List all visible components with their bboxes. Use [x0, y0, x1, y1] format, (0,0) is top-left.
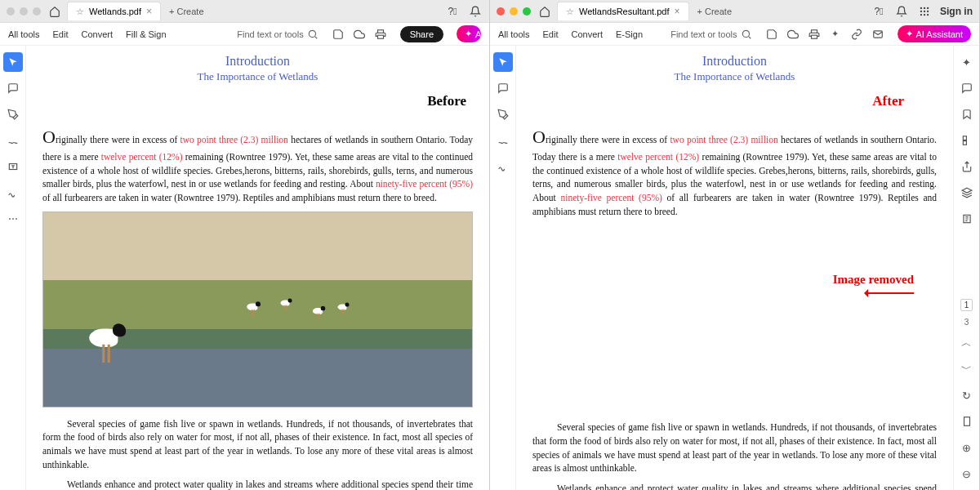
search-icon: [307, 29, 318, 40]
panel-layers-icon[interactable]: [957, 183, 977, 203]
paragraph-3: Wetlands enhance and protect water quali…: [42, 478, 473, 490]
svg-point-0: [309, 30, 315, 37]
menu-edit[interactable]: Edit: [53, 29, 69, 39]
help-icon[interactable]: ?⃝: [445, 4, 460, 19]
apps-icon[interactable]: [917, 4, 932, 19]
doc-title: Introduction: [42, 54, 473, 69]
page-view-icon[interactable]: [957, 412, 977, 431]
close-tab-icon[interactable]: ×: [674, 6, 679, 17]
menu-all-tools[interactable]: All tools: [8, 29, 40, 39]
panel-bookmark-icon[interactable]: [957, 105, 977, 124]
panel-ai-icon[interactable]: ✦: [957, 52, 977, 72]
draw-icon[interactable]: [3, 131, 23, 150]
cloud-icon[interactable]: [786, 28, 800, 41]
panel-comment-icon[interactable]: [957, 78, 977, 98]
titlebar: ☆ WetlandsResultant.pdf × + Create ?⃝ Si…: [490, 0, 979, 23]
sign-icon[interactable]: [493, 157, 513, 176]
nav-down-icon[interactable]: ﹀: [957, 359, 977, 379]
highlight-icon[interactable]: [493, 105, 513, 124]
image-removed-annotation: Image removed: [833, 273, 914, 287]
print-icon[interactable]: [808, 28, 821, 41]
document-tab[interactable]: ☆ WetlandsResultant.pdf ×: [557, 2, 689, 20]
svg-point-6: [927, 7, 929, 8]
text-box-icon[interactable]: [3, 157, 23, 176]
paragraph-3: Wetlands enhance and protect water quali…: [532, 482, 937, 490]
close-dot[interactable]: [7, 7, 15, 16]
svg-point-8: [924, 10, 925, 11]
close-dot[interactable]: [497, 7, 505, 16]
svg-point-12: [927, 13, 929, 15]
bell-icon[interactable]: [894, 4, 909, 19]
highlight-icon[interactable]: [3, 105, 23, 124]
panel-more-icon[interactable]: [957, 209, 977, 229]
more-tools-icon[interactable]: ⋯: [3, 209, 23, 229]
new-tab-button[interactable]: + Create: [697, 7, 733, 16]
draw-icon[interactable]: [493, 131, 513, 150]
cloud-icon[interactable]: [353, 28, 366, 41]
menu-e-sign[interactable]: E-Sign: [616, 29, 643, 39]
menubar: All tools Edit Convert E-Sign Find text …: [490, 23, 979, 46]
zoom-out-icon[interactable]: ⊖: [957, 464, 977, 483]
document-view: After Image removed Introduction The Imp…: [516, 46, 953, 490]
svg-rect-17: [963, 136, 966, 140]
bell-icon[interactable]: [468, 4, 483, 19]
tab-title: Wetlands.pdf: [89, 7, 141, 16]
selection-tool-icon[interactable]: [493, 52, 513, 72]
help-icon[interactable]: ?⃝: [871, 4, 886, 19]
comment-icon[interactable]: [3, 78, 23, 98]
paragraph-2: Several species of game fish live or spa…: [42, 417, 473, 472]
star-icon[interactable]: ☆: [566, 7, 574, 17]
min-dot[interactable]: [510, 7, 518, 16]
menu-all-tools[interactable]: All tools: [498, 29, 530, 39]
svg-rect-18: [963, 141, 966, 145]
ai-assistant-button[interactable]: ✦ AI Assistant: [898, 25, 971, 42]
share-button[interactable]: Share: [400, 26, 443, 42]
home-icon[interactable]: [47, 4, 62, 19]
svg-rect-14: [811, 29, 817, 33]
zoom-in-icon[interactable]: ⊕: [957, 438, 977, 457]
mail-icon[interactable]: [871, 28, 884, 41]
tab-title: WetlandsResultant.pdf: [579, 7, 669, 16]
home-icon[interactable]: [537, 4, 552, 19]
page-number-total: 3: [964, 318, 969, 327]
window-after: ☆ WetlandsResultant.pdf × + Create ?⃝ Si…: [490, 0, 980, 490]
panel-thumbnails-icon[interactable]: [957, 131, 977, 150]
menu-convert[interactable]: Convert: [572, 29, 604, 39]
comment-icon[interactable]: [493, 78, 513, 98]
min-dot[interactable]: [20, 7, 28, 16]
arrow-icon: [865, 292, 914, 294]
new-tab-button[interactable]: + Create: [169, 7, 204, 16]
panel-share-icon[interactable]: [957, 157, 977, 176]
menu-fill-sign[interactable]: Fill & Sign: [126, 29, 167, 39]
page-number-current[interactable]: 1: [960, 299, 973, 311]
svg-point-7: [920, 10, 922, 11]
ai-sparkle-icon[interactable]: ✦: [829, 28, 842, 41]
menu-convert[interactable]: Convert: [82, 29, 114, 39]
selection-tool-icon[interactable]: [3, 52, 23, 72]
save-icon[interactable]: [765, 28, 778, 41]
window-controls: [497, 7, 531, 16]
doc-title: Introduction: [532, 54, 937, 69]
link-icon[interactable]: [850, 28, 863, 41]
ai-assistant-button[interactable]: ✦ AI A: [457, 25, 481, 42]
star-icon[interactable]: ☆: [76, 7, 84, 17]
find-box[interactable]: Find text or tools: [237, 29, 318, 40]
close-tab-icon[interactable]: ×: [146, 6, 152, 17]
svg-point-13: [742, 30, 749, 37]
menu-edit[interactable]: Edit: [543, 29, 559, 39]
svg-rect-15: [811, 35, 817, 38]
find-box[interactable]: Find text or tools: [670, 29, 751, 40]
rotate-icon[interactable]: ↻: [957, 385, 977, 405]
max-dot[interactable]: [33, 7, 41, 16]
left-toolrail: [490, 46, 516, 490]
max-dot[interactable]: [523, 7, 531, 16]
nav-up-icon[interactable]: ︿: [957, 333, 977, 353]
sign-in-button[interactable]: Sign in: [940, 6, 973, 17]
document-view: Before Introduction The Importance of We…: [26, 46, 489, 490]
print-icon[interactable]: [374, 28, 387, 41]
find-label: Find text or tools: [670, 29, 737, 39]
right-panel-rail: ✦ 1 3 ︿ ﹀ ↻ ⊕ ⊖: [953, 46, 979, 490]
document-tab[interactable]: ☆ Wetlands.pdf ×: [67, 2, 161, 20]
save-icon[interactable]: [332, 28, 345, 41]
sign-icon[interactable]: [3, 183, 23, 203]
